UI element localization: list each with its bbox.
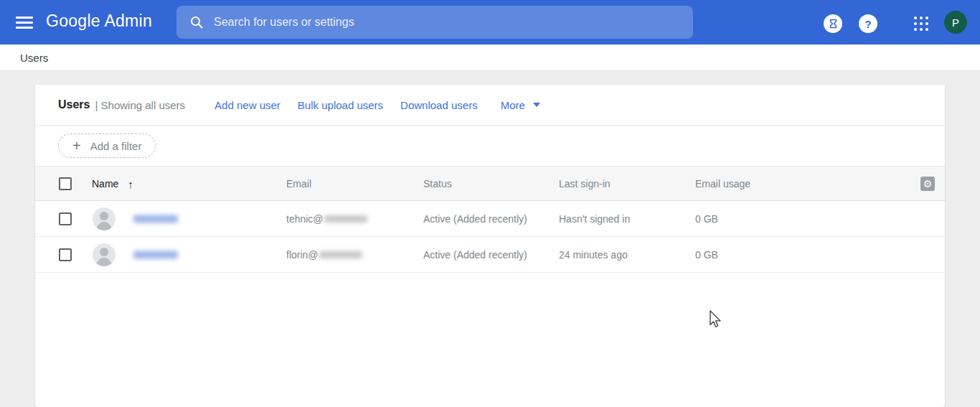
select-all-checkbox[interactable] xyxy=(59,177,72,190)
status-cell: Active (Added recently) xyxy=(423,213,527,225)
breadcrumb: Users xyxy=(0,45,980,71)
app-logo: Google Admin xyxy=(46,11,152,31)
breadcrumb-users[interactable]: Users xyxy=(20,52,48,64)
column-header-name[interactable]: Name ↑ xyxy=(92,177,133,190)
card-header: Users | Showing all users Add new user B… xyxy=(35,85,945,126)
users-card: Users | Showing all users Add new user B… xyxy=(35,85,945,407)
user-avatar[interactable]: P xyxy=(944,11,967,34)
filter-row: + Add a filter xyxy=(35,126,945,167)
row-checkbox[interactable] xyxy=(59,212,72,225)
last-signin-cell: 24 minutes ago xyxy=(559,249,628,261)
table-settings-button[interactable]: ⚙ xyxy=(920,177,935,191)
search-bar[interactable] xyxy=(176,6,693,39)
add-new-user-link[interactable]: Add new user xyxy=(215,99,281,111)
plus-icon: + xyxy=(72,139,81,153)
download-users-link[interactable]: Download users xyxy=(400,99,478,111)
hamburger-menu-button[interactable] xyxy=(16,14,36,31)
add-filter-button[interactable]: + Add a filter xyxy=(58,134,156,158)
last-signin-cell: Hasn't signed in xyxy=(559,213,630,225)
question-mark-icon: ? xyxy=(864,18,871,30)
help-button[interactable]: ? xyxy=(859,14,877,33)
gear-icon: ⚙ xyxy=(923,179,933,189)
table-header: Name ↑ Email Status Last sign-in Email u… xyxy=(35,167,945,201)
bulk-upload-users-link[interactable]: Bulk upload users xyxy=(298,99,383,111)
user-name-redacted[interactable] xyxy=(133,251,178,258)
email-cell: tehnic@ xyxy=(286,213,367,225)
top-app-bar: Google Admin ? P xyxy=(0,0,980,45)
chevron-down-icon xyxy=(533,103,540,107)
hamburger-icon xyxy=(16,17,33,19)
column-header-email: Email xyxy=(286,178,311,190)
email-cell: florin@ xyxy=(286,249,362,261)
avatar-initial: P xyxy=(952,17,959,29)
page-subtitle: | Showing all users xyxy=(95,99,185,111)
main-content: Users | Showing all users Add new user B… xyxy=(0,71,980,407)
add-filter-label: Add a filter xyxy=(90,140,142,152)
user-avatar-placeholder-icon xyxy=(93,243,116,266)
hamburger-icon xyxy=(16,27,33,29)
search-icon xyxy=(189,15,204,29)
column-header-status: Status xyxy=(423,178,452,190)
apps-launcher-button[interactable] xyxy=(913,15,930,32)
email-usage-cell: 0 GB xyxy=(695,249,718,261)
more-menu-label: More xyxy=(501,99,525,111)
search-input[interactable] xyxy=(214,16,673,29)
page-title: Users xyxy=(58,98,90,111)
email-domain-redacted xyxy=(324,215,367,223)
table-row[interactable]: florin@ Active (Added recently) 24 minut… xyxy=(35,237,945,273)
column-header-last-signin: Last sign-in xyxy=(559,178,611,190)
hamburger-icon xyxy=(16,22,33,24)
apps-grid-icon xyxy=(914,17,917,19)
email-domain-redacted xyxy=(319,251,362,258)
row-checkbox[interactable] xyxy=(59,248,72,261)
email-usage-cell: 0 GB xyxy=(695,213,718,225)
user-name-redacted[interactable] xyxy=(133,215,178,223)
column-header-email-usage: Email usage xyxy=(695,178,750,190)
sort-ascending-icon: ↑ xyxy=(128,177,133,190)
more-menu-button[interactable]: More xyxy=(501,99,540,111)
status-cell: Active (Added recently) xyxy=(423,249,527,261)
hourglass-status-button[interactable] xyxy=(824,14,842,33)
user-avatar-placeholder-icon xyxy=(93,207,116,230)
table-row[interactable]: tehnic@ Active (Added recently) Hasn't s… xyxy=(35,201,945,237)
hourglass-icon xyxy=(829,19,838,29)
